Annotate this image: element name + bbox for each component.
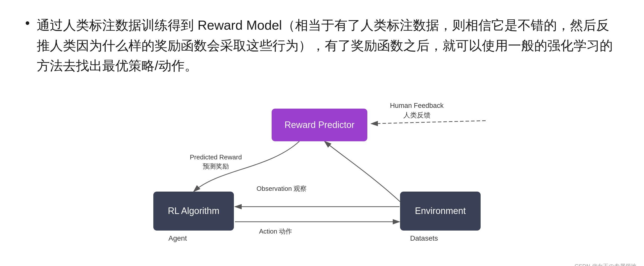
datasets-label: Datasets <box>410 234 438 242</box>
human-feedback-label: Human Feedback 人类反馈 <box>390 101 444 120</box>
predicted-reward-zh: 预测奖励 <box>190 162 242 171</box>
predicted-reward-label: Predicted Reward 预测奖励 <box>190 153 242 171</box>
svg-line-2 <box>371 121 486 124</box>
page-container: • 通过人类标注数据训练得到 Reward Model（相当于有了人类标注数据，… <box>0 0 644 266</box>
environment-label: Environment <box>415 206 466 216</box>
reward-predictor-box: Reward Predictor <box>272 109 367 141</box>
action-label: Action 动作 <box>259 227 292 236</box>
watermark: CSDN @女王の专属领地 <box>575 262 636 266</box>
predicted-reward-en: Predicted Reward <box>190 153 242 162</box>
observation-label: Observation 观察 <box>257 184 307 193</box>
environment-box: Environment <box>400 192 481 231</box>
rl-algorithm-box: RL Algorithm <box>153 192 234 231</box>
human-feedback-en: Human Feedback <box>390 101 444 111</box>
bullet-text: 通过人类标注数据训练得到 Reward Model（相当于有了人类标注数据，则相… <box>37 15 616 76</box>
diagram-container: Reward Predictor RL Algorithm Environmen… <box>123 94 526 264</box>
human-feedback-zh: 人类反馈 <box>390 111 444 120</box>
reward-predictor-label: Reward Predictor <box>284 120 354 130</box>
bullet-dot: • <box>25 13 30 33</box>
rl-algorithm-label: RL Algorithm <box>168 206 220 216</box>
agent-label: Agent <box>168 234 187 242</box>
bullet-section: • 通过人类标注数据训练得到 Reward Model（相当于有了人类标注数据，… <box>25 15 624 76</box>
